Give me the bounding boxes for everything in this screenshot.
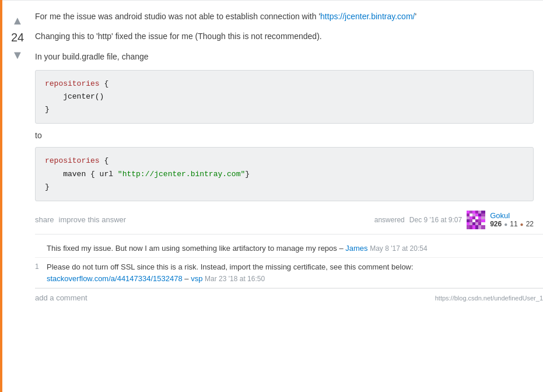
svg-rect-11 bbox=[478, 214, 481, 216]
svg-rect-29 bbox=[478, 222, 481, 225]
svg-rect-26 bbox=[470, 222, 472, 225]
code-block-1: repositories { jcenter() } bbox=[35, 70, 534, 124]
answer-text-2: Changing this to 'http' fixed the issue … bbox=[35, 30, 534, 43]
svg-rect-24 bbox=[481, 219, 485, 222]
svg-rect-18 bbox=[481, 216, 485, 219]
svg-rect-9 bbox=[472, 214, 475, 216]
add-comment-link[interactable]: add a comment bbox=[35, 293, 87, 302]
svg-rect-3 bbox=[472, 211, 475, 214]
share-link[interactable]: share bbox=[35, 215, 54, 224]
answer-body: For me the issue was android studio was … bbox=[35, 10, 543, 234]
silver-dot: ● bbox=[504, 221, 507, 228]
answer-text-1: For me the issue was android studio was … bbox=[35, 10, 534, 23]
svg-rect-31 bbox=[467, 225, 470, 229]
bronze-count: 22 bbox=[526, 220, 534, 228]
comments-section: This fixed my issue. But now I am using … bbox=[35, 234, 543, 307]
add-comment-section: add a comment https://blog.csdn.net/unde… bbox=[35, 288, 543, 307]
vote-down-button[interactable]: ▼ bbox=[9, 47, 26, 63]
svg-rect-15 bbox=[472, 216, 475, 219]
vote-up-button[interactable]: ▲ bbox=[9, 12, 26, 29]
user-info: Gokul 926 ● 11 ● 22 bbox=[490, 211, 534, 228]
user-stats: 926 ● 11 ● 22 bbox=[490, 220, 534, 228]
comment-2-link[interactable]: stackoverflow.com/a/44147334/1532478 bbox=[47, 274, 183, 283]
svg-rect-23 bbox=[478, 219, 481, 222]
svg-rect-2 bbox=[470, 211, 472, 214]
bronze-dot: ● bbox=[520, 221, 524, 228]
svg-rect-8 bbox=[470, 214, 472, 216]
svg-rect-36 bbox=[481, 225, 485, 229]
silver-count: 11 bbox=[510, 220, 517, 228]
svg-rect-33 bbox=[472, 225, 475, 229]
vote-section: ▲ 24 ▼ bbox=[0, 10, 35, 234]
comment-2: 1 Please do not turn off SSL since this … bbox=[35, 258, 543, 288]
svg-rect-16 bbox=[475, 216, 478, 219]
user-score: 926 bbox=[490, 220, 502, 228]
svg-rect-27 bbox=[472, 222, 475, 225]
svg-rect-13 bbox=[467, 216, 470, 219]
user-card: Gokul 926 ● 11 ● 22 bbox=[467, 211, 534, 229]
svg-rect-1 bbox=[467, 211, 470, 214]
user-avatar bbox=[467, 211, 485, 229]
comment-1-date: May 8 '17 at 20:54 bbox=[370, 244, 427, 253]
svg-rect-10 bbox=[475, 214, 478, 216]
svg-rect-34 bbox=[475, 225, 478, 229]
svg-rect-19 bbox=[467, 219, 470, 222]
jcenter-link[interactable]: https://jcenter.bintray.com/ bbox=[320, 12, 415, 21]
orange-bar bbox=[0, 0, 2, 307]
svg-rect-6 bbox=[481, 211, 485, 214]
svg-rect-17 bbox=[478, 216, 481, 219]
comment-1-user[interactable]: James bbox=[345, 244, 367, 253]
comment-2-vote: 1 bbox=[35, 261, 42, 272]
svg-rect-25 bbox=[467, 222, 470, 225]
comment-2-text: Please do not turn off SSL since this is… bbox=[47, 261, 543, 284]
improve-link[interactable]: improve this answer bbox=[59, 215, 127, 224]
svg-rect-28 bbox=[475, 222, 478, 225]
svg-rect-30 bbox=[481, 222, 485, 225]
svg-rect-35 bbox=[478, 225, 481, 229]
comment-1-text: This fixed my issue. But now I am using … bbox=[47, 243, 543, 254]
user-name-link[interactable]: Gokul bbox=[490, 211, 534, 220]
svg-rect-5 bbox=[478, 211, 481, 214]
code-block-2: repositories { maven { url "http://jcent… bbox=[35, 147, 534, 201]
svg-rect-21 bbox=[472, 219, 475, 222]
answer-actions: share improve this answer answered Dec 9… bbox=[35, 211, 534, 234]
comment-1: This fixed my issue. But now I am using … bbox=[35, 239, 543, 258]
comment-2-user[interactable]: vsp bbox=[191, 274, 202, 283]
svg-rect-12 bbox=[481, 214, 485, 216]
comment-2-date: Mar 23 '18 at 16:50 bbox=[205, 275, 265, 283]
answer-meta: answered Dec 9 '16 at 9:07 bbox=[374, 211, 534, 229]
svg-rect-14 bbox=[470, 216, 472, 219]
vote-count: 24 bbox=[11, 31, 24, 44]
svg-rect-7 bbox=[467, 214, 470, 216]
svg-rect-4 bbox=[475, 211, 478, 214]
svg-rect-22 bbox=[475, 219, 478, 222]
svg-rect-32 bbox=[470, 225, 472, 229]
svg-rect-20 bbox=[470, 219, 472, 222]
answered-label: answered bbox=[374, 216, 405, 224]
footer-site-link[interactable]: https://blog.csdn.net/undefinedUser_1 bbox=[435, 295, 543, 302]
answered-date: Dec 9 '16 at 9:07 bbox=[409, 216, 462, 224]
answer-text-3: In your build.gradle file, change bbox=[35, 50, 534, 63]
answer-container: ▲ 24 ▼ For me the issue was android stud… bbox=[0, 0, 543, 234]
to-label: to bbox=[35, 131, 534, 140]
